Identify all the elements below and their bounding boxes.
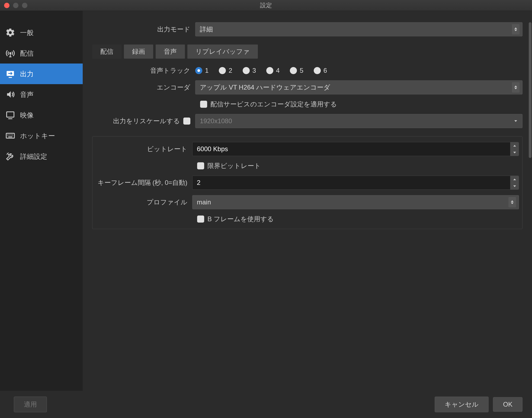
sidebar-item-general[interactable]: 一般 (0, 22, 83, 43)
sidebar-item-video[interactable]: 映像 (0, 105, 83, 125)
chevron-updown-icon (508, 197, 516, 207)
profile-label: プロファイル (92, 198, 192, 207)
sidebar-item-advanced[interactable]: 詳細設定 (0, 146, 83, 167)
audio-track-radio-2[interactable]: 2 (219, 67, 232, 74)
tab-streaming[interactable]: 配信 (92, 45, 121, 59)
output-tabs: 配信 録画 音声 リプレイバッファ (92, 45, 523, 59)
audio-track-radio-6[interactable]: 6 (314, 67, 327, 74)
scrollbar[interactable] (528, 22, 532, 391)
close-window-button[interactable] (4, 3, 9, 8)
minimize-window-button (13, 3, 18, 8)
scrollbar-thumb[interactable] (529, 22, 531, 158)
keyboard-icon (5, 131, 15, 141)
broadcast-icon (5, 48, 15, 58)
keyframe-input[interactable]: 2 (192, 176, 519, 190)
sidebar-item-label: 出力 (20, 69, 34, 78)
audio-track-radio-group: 1 2 3 4 5 6 (195, 67, 523, 74)
profile-select[interactable]: main (192, 195, 519, 209)
svg-rect-2 (7, 112, 14, 117)
radio-dot-icon (243, 67, 250, 74)
sidebar-item-label: 一般 (20, 28, 34, 37)
main-panel: 出力モード 詳細 配信 録画 音声 リプレイバッファ 音声トラック 1 2 3 … (83, 11, 532, 391)
tools-icon (5, 151, 15, 161)
radio-dot-icon (195, 67, 202, 74)
tab-recording[interactable]: 録画 (124, 45, 153, 59)
audio-track-radio-5[interactable]: 5 (290, 67, 303, 74)
titlebar: 設定 (0, 0, 532, 11)
sidebar-item-hotkeys[interactable]: ホットキー (0, 125, 83, 146)
cancel-button[interactable]: キャンセル (435, 397, 489, 412)
radio-dot-icon (290, 67, 297, 74)
dialog-footer: 適用 キャンセル OK (0, 391, 532, 418)
bframes-checkbox[interactable] (197, 216, 204, 223)
rescale-value: 1920x1080 (200, 117, 232, 125)
audio-track-radio-4[interactable]: 4 (266, 67, 280, 74)
output-icon (5, 69, 15, 79)
output-mode-value: 詳細 (200, 25, 213, 34)
sidebar: 一般 配信 出力 音声 映像 ホットキー 詳細設定 (0, 11, 83, 391)
encoder-select[interactable]: アップル VT H264 ハードウェアエンコーダ (195, 80, 523, 94)
output-mode-select[interactable]: 詳細 (195, 22, 523, 36)
audio-track-radio-3[interactable]: 3 (243, 67, 256, 74)
rescale-label: 出力をリスケールする (113, 117, 180, 125)
sidebar-item-label: 映像 (20, 111, 34, 120)
apply-button: 適用 (14, 397, 47, 412)
keyframe-label: キーフレーム間隔 (秒, 0=自動) (92, 178, 192, 187)
sidebar-item-label: 音声 (20, 90, 34, 99)
radio-dot-icon (266, 67, 273, 74)
sidebar-item-stream[interactable]: 配信 (0, 43, 83, 64)
keyframe-value: 2 (197, 179, 200, 186)
bitrate-value: 6000 Kbps (197, 145, 228, 153)
sidebar-item-label: 詳細設定 (20, 152, 47, 161)
window-title: 設定 (260, 1, 272, 10)
tab-replay-buffer[interactable]: リプレイバッファ (187, 45, 258, 59)
speaker-icon (5, 90, 15, 99)
ok-button[interactable]: OK (493, 397, 523, 412)
spinner-buttons[interactable] (510, 142, 519, 156)
tab-audio[interactable]: 音声 (156, 45, 185, 59)
traffic-lights (4, 3, 27, 8)
radio-dot-icon (314, 67, 321, 74)
audio-track-radio-1[interactable]: 1 (195, 67, 209, 74)
chevron-down-icon (512, 116, 520, 126)
monitor-icon (5, 110, 15, 120)
audio-track-label: 音声トラック (92, 66, 195, 75)
radio-dot-icon (219, 67, 226, 74)
gear-icon (5, 28, 15, 37)
bframes-label: B フレームを使用する (207, 215, 274, 223)
bitrate-label: ビットレート (92, 145, 192, 153)
bitrate-input[interactable]: 6000 Kbps (192, 142, 519, 156)
output-mode-label: 出力モード (92, 25, 195, 34)
limit-bitrate-label: 限界ビットレート (207, 162, 261, 170)
encoder-label: エンコーダ (92, 83, 195, 92)
limit-bitrate-checkbox[interactable] (197, 162, 204, 169)
rescale-select: 1920x1080 (195, 114, 523, 128)
profile-value: main (197, 198, 211, 206)
sidebar-item-label: ホットキー (20, 131, 55, 140)
apply-service-settings-label: 配信サービスのエンコーダ設定を適用する (210, 100, 337, 109)
encoder-settings-group: ビットレート 6000 Kbps 限界ビットレート キーフレーム間隔 (秒, 0… (92, 136, 523, 229)
chevron-updown-icon (512, 24, 520, 34)
spinner-buttons[interactable] (510, 176, 519, 189)
encoder-value: アップル VT H264 ハードウェアエンコーダ (200, 83, 330, 92)
sidebar-item-audio[interactable]: 音声 (0, 84, 83, 105)
maximize-window-button (22, 3, 27, 8)
rescale-checkbox[interactable] (183, 118, 190, 125)
sidebar-item-label: 配信 (20, 49, 34, 58)
apply-service-settings-checkbox[interactable] (200, 101, 207, 108)
chevron-updown-icon (512, 82, 520, 93)
sidebar-item-output[interactable]: 出力 (0, 64, 83, 84)
